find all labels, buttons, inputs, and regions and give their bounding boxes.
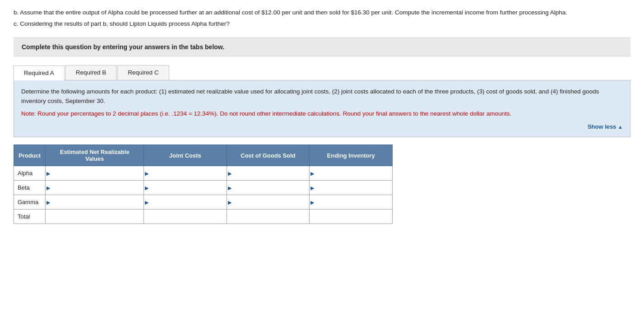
input-arrow-icon: ▶ bbox=[310, 199, 314, 205]
input-arrow-icon: ▶ bbox=[310, 185, 314, 191]
data-table: Product Estimated Net Realizable Values … bbox=[14, 145, 393, 224]
input-arrow-icon: ▶ bbox=[228, 185, 232, 191]
ending-inventory-cell[interactable] bbox=[310, 210, 393, 224]
cost-of-goods-input[interactable] bbox=[227, 195, 310, 209]
instruction-text: Complete this question by entering your … bbox=[22, 43, 224, 51]
col-header-estimated-net: Estimated Net Realizable Values bbox=[46, 145, 144, 166]
product-label-cell: Alpha bbox=[14, 166, 46, 181]
joint-costs-input[interactable] bbox=[144, 181, 226, 195]
intro-section: b. Assume that the entire output of Alph… bbox=[14, 8, 630, 29]
estimated-net-cell[interactable] bbox=[46, 210, 144, 224]
table-row: Alpha▶▶▶▶ bbox=[14, 166, 393, 181]
cost-of-goods-cell[interactable] bbox=[227, 210, 310, 224]
cost-of-goods-input[interactable] bbox=[227, 181, 310, 195]
data-table-container: Product Estimated Net Realizable Values … bbox=[14, 145, 393, 224]
table-row: Total bbox=[14, 210, 393, 224]
cost-of-goods-input[interactable] bbox=[227, 210, 310, 224]
table-row: Gamma▶▶▶▶ bbox=[14, 195, 393, 210]
tab-required-a[interactable]: Required A bbox=[14, 65, 65, 80]
cost-of-goods-cell[interactable]: ▶ bbox=[227, 166, 310, 181]
cost-of-goods-cell[interactable]: ▶ bbox=[227, 195, 310, 210]
ending-inventory-input[interactable] bbox=[310, 195, 392, 209]
joint-costs-input[interactable] bbox=[144, 166, 226, 180]
input-arrow-icon: ▶ bbox=[228, 199, 232, 205]
col-header-joint-costs: Joint Costs bbox=[144, 145, 227, 166]
ending-inventory-cell[interactable]: ▶ bbox=[310, 166, 393, 181]
joint-costs-input[interactable] bbox=[144, 210, 226, 224]
tab-required-b[interactable]: Required B bbox=[65, 65, 117, 80]
cost-of-goods-cell[interactable]: ▶ bbox=[227, 181, 310, 195]
table-row: Beta▶▶▶▶ bbox=[14, 181, 393, 195]
estimated-net-input[interactable] bbox=[46, 210, 144, 224]
table-header-row: Product Estimated Net Realizable Values … bbox=[14, 145, 393, 166]
joint-costs-cell[interactable] bbox=[144, 210, 227, 224]
product-label-cell: Total bbox=[14, 210, 46, 224]
joint-costs-cell[interactable]: ▶ bbox=[144, 181, 227, 195]
input-arrow-icon: ▶ bbox=[46, 170, 50, 176]
cost-of-goods-input[interactable] bbox=[227, 166, 310, 180]
ending-inventory-input[interactable] bbox=[310, 166, 392, 180]
input-arrow-icon: ▶ bbox=[228, 170, 232, 176]
estimated-net-input[interactable] bbox=[46, 181, 144, 195]
estimated-net-input[interactable] bbox=[46, 195, 144, 209]
product-label-cell: Gamma bbox=[14, 195, 46, 210]
input-arrow-icon: ▶ bbox=[46, 199, 50, 205]
content-note-text: Note: Round your percentages to 2 decima… bbox=[21, 109, 623, 119]
content-main-text: Determine the following amounts for each… bbox=[21, 87, 623, 106]
col-header-cost-of-goods: Cost of Goods Sold bbox=[227, 145, 310, 166]
tabs-row: Required A Required B Required C bbox=[14, 65, 630, 80]
input-arrow-icon: ▶ bbox=[145, 185, 148, 191]
col-header-ending-inventory: Ending Inventory bbox=[310, 145, 393, 166]
intro-line-c: c. Considering the results of part b, sh… bbox=[14, 19, 630, 29]
input-arrow-icon: ▶ bbox=[310, 170, 314, 176]
joint-costs-input[interactable] bbox=[144, 195, 226, 209]
estimated-net-cell[interactable]: ▶ bbox=[46, 195, 144, 210]
input-arrow-icon: ▶ bbox=[145, 170, 148, 176]
content-box: Determine the following amounts for each… bbox=[14, 80, 630, 138]
estimated-net-cell[interactable]: ▶ bbox=[46, 166, 144, 181]
estimated-net-input[interactable] bbox=[46, 166, 144, 180]
ending-inventory-cell[interactable]: ▶ bbox=[310, 195, 393, 210]
input-arrow-icon: ▶ bbox=[46, 185, 50, 191]
show-less-button[interactable]: Show less ▲ bbox=[21, 122, 623, 132]
product-label-cell: Beta bbox=[14, 181, 46, 195]
joint-costs-cell[interactable]: ▶ bbox=[144, 166, 227, 181]
col-header-product: Product bbox=[14, 145, 46, 166]
instruction-box: Complete this question by entering your … bbox=[14, 37, 630, 57]
ending-inventory-input[interactable] bbox=[310, 210, 392, 224]
ending-inventory-cell[interactable]: ▶ bbox=[310, 181, 393, 195]
tab-required-c[interactable]: Required C bbox=[117, 65, 169, 80]
input-arrow-icon: ▶ bbox=[145, 199, 148, 205]
intro-line-b: b. Assume that the entire output of Alph… bbox=[14, 8, 630, 18]
estimated-net-cell[interactable]: ▶ bbox=[46, 181, 144, 195]
show-less-arrow-icon: ▲ bbox=[618, 124, 623, 130]
joint-costs-cell[interactable]: ▶ bbox=[144, 195, 227, 210]
ending-inventory-input[interactable] bbox=[310, 181, 392, 195]
